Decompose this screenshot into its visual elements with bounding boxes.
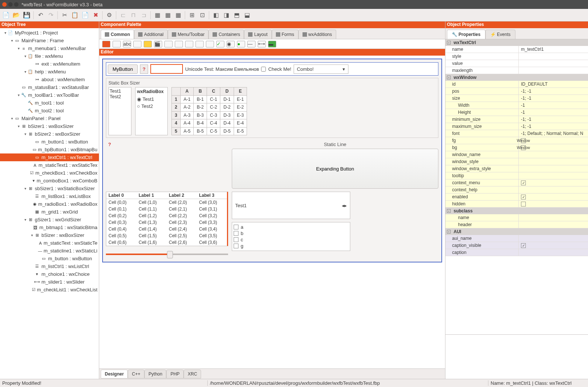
palette-button-icon[interactable] xyxy=(102,41,110,47)
align-left-icon[interactable]: ⊏ xyxy=(118,11,127,20)
tree-item[interactable]: 🖼m_bitmap1 : wxStaticBitma xyxy=(0,224,99,231)
list-box[interactable]: Test1Test2 xyxy=(108,87,131,135)
border-bottom-icon[interactable]: ⬓ xyxy=(243,11,251,20)
palette-radio-icon[interactable]: ◉ xyxy=(227,41,235,47)
question-icon-2[interactable]: ? xyxy=(106,140,113,149)
palette-tab[interactable]: Menu/Toolbar xyxy=(168,30,209,39)
tree-item[interactable]: ▾📋file : wxMenu xyxy=(0,52,99,60)
tree-item[interactable]: ▾⊞bSizer : wxBoxSizer xyxy=(0,231,99,239)
tree-item[interactable]: ☰m_listCtrl1 : wxListCtrl xyxy=(0,262,99,270)
palette-static-bitmap-icon[interactable] xyxy=(144,41,152,47)
tree-item[interactable]: 🔨m_tool1 : tool xyxy=(0,99,99,107)
object-tree[interactable]: ▾📄MyProject1 : Project▾▭MainFrame : Fram… xyxy=(0,28,99,379)
editor-tab[interactable]: C++ xyxy=(128,370,144,378)
tree-item[interactable]: ▾≡m_menubar1 : wxMenuBar xyxy=(0,44,99,52)
tree-item[interactable]: ▾📋help : wxMenu xyxy=(0,68,99,76)
combo-box[interactable]: Combo! ▾ xyxy=(294,64,348,74)
tree-item[interactable]: Am_staticText1 : wxStaticTex xyxy=(0,161,99,169)
tree-item[interactable]: ▾📄MyProject1 : Project xyxy=(0,29,99,37)
palette-gauge-icon[interactable]: ▬ xyxy=(268,41,276,47)
tree-item[interactable]: ▾▭MainFrame : Frame xyxy=(0,37,99,44)
border-top-icon[interactable]: ⬒ xyxy=(232,11,241,20)
prop-tab[interactable]: 🔧 Properties xyxy=(447,30,485,39)
tree-item[interactable]: ▭m_button1 : wxButton xyxy=(0,138,99,146)
save-file-icon[interactable]: 💾 xyxy=(22,11,31,20)
editor-tab[interactable]: PHP xyxy=(166,370,184,378)
palette-listctrl-icon[interactable] xyxy=(206,41,214,47)
editor-tab[interactable]: XRC xyxy=(184,370,201,378)
tree-item[interactable]: ▾🔧m_toolBar1 : wxToolBar xyxy=(0,91,99,99)
minimize-window-icon[interactable] xyxy=(8,2,13,7)
tree-item[interactable]: ↦about : wxMenuItem xyxy=(0,76,99,83)
open-file-icon[interactable]: 📂 xyxy=(12,11,21,20)
palette-staticline-icon[interactable]: — xyxy=(247,41,255,47)
palette-tab[interactable]: Additional xyxy=(134,30,168,39)
layout1-icon[interactable]: ▦ xyxy=(153,11,162,20)
tree-item[interactable]: ☑m_checkBox1 : wxCheckBox xyxy=(0,169,99,177)
layout2-icon[interactable]: ▦ xyxy=(163,11,172,20)
tree-item[interactable]: ▾m_choice1 : wxChoice xyxy=(0,270,99,278)
layout3-icon[interactable]: ▦ xyxy=(174,11,183,20)
tree-item[interactable]: ⟷m_slider1 : wxSlider xyxy=(0,278,99,286)
palette-bitmap-button-icon[interactable] xyxy=(113,41,121,47)
stretch-icon[interactable]: ⊡ xyxy=(198,11,207,20)
cut-icon[interactable]: ✂ xyxy=(60,11,69,20)
prop-tab[interactable]: ⚡ Events xyxy=(485,30,515,39)
tree-item[interactable]: ▾⊞sbSizer1 : wxStaticBoxSizer xyxy=(0,185,99,192)
palette-radiobox-icon[interactable]: ● xyxy=(237,41,245,47)
my-button[interactable]: MyButton xyxy=(108,64,138,74)
align-right-icon[interactable]: ⊐ xyxy=(139,11,148,20)
new-file-icon[interactable]: 📄 xyxy=(1,11,10,20)
tree-item[interactable]: ▾⊞bSizer2 : wxBoxSizer xyxy=(0,130,99,138)
tree-item[interactable]: Am_staticText : wxStaticTe xyxy=(0,239,99,247)
palette-listbox-icon[interactable] xyxy=(196,41,204,47)
close-window-icon[interactable] xyxy=(2,2,7,7)
maximize-window-icon[interactable] xyxy=(14,2,19,7)
paste-icon[interactable]: 📄 xyxy=(81,11,90,20)
palette-combo-icon[interactable] xyxy=(164,41,173,47)
tree-item[interactable]: ◉m_radioBox1 : wxRadioBox xyxy=(0,200,99,208)
editor-tab[interactable]: Designer xyxy=(101,370,128,378)
palette-tab[interactable]: wxAdditions xyxy=(298,30,336,39)
grid[interactable]: ABCDE1A-1B-1C-1D-1E-12A-2B-2C-2D-2E-23A-… xyxy=(171,87,247,135)
tree-item[interactable]: ☰m_listBox1 : wxListBox xyxy=(0,192,99,200)
expanding-button[interactable]: Expanding Button xyxy=(232,149,438,189)
tree-item[interactable]: ▾⊞bSizer1 : wxBoxSizer xyxy=(0,122,99,130)
border-right-icon[interactable]: ◨ xyxy=(222,11,231,20)
generate-icon[interactable]: ⚙ xyxy=(105,11,114,20)
tree-item[interactable]: ▭m_bpButton1 : wxBitmapBu xyxy=(0,146,99,153)
list-ctrl[interactable]: Label 0Label 1Label 2Label 3Cell (0,0)Ce… xyxy=(106,192,228,246)
palette-slider-icon[interactable]: ⟷ xyxy=(258,41,266,47)
palette-textctrl-icon[interactable] xyxy=(133,41,141,47)
tree-item[interactable]: ▭m_button : wxButton xyxy=(0,255,99,262)
palette-tab[interactable]: Common xyxy=(101,30,134,39)
property-grid[interactable]: -wxTextCtrlnamem_textCtrl1stylevaluemaxl… xyxy=(445,39,588,334)
palette-bmpcombo-icon[interactable] xyxy=(175,41,183,47)
tree-item[interactable]: ▦m_grid1 : wxGrid xyxy=(0,208,99,216)
palette-tab[interactable]: Forms xyxy=(272,30,298,39)
tree-item[interactable]: ▾⊞gSizer1 : wxGridSizer xyxy=(0,216,99,224)
align-center-icon[interactable]: ⊓ xyxy=(129,11,138,20)
tree-item[interactable]: 🔨m_tool2 : tool xyxy=(0,107,99,115)
tree-item[interactable]: ☑m_checkList1 : wxCheckList xyxy=(0,286,99,294)
tree-item[interactable]: ▭m_textCtrl1 : wxTextCtrl xyxy=(0,153,99,161)
radio-box[interactable]: wxRadioBox ◉Test1○Test2 xyxy=(135,87,168,135)
tree-item[interactable]: ▾m_comboBox1 : wxComboB xyxy=(0,177,99,185)
expand-icon[interactable]: ⊞ xyxy=(187,11,196,20)
palette-animation-icon[interactable]: 🎬 xyxy=(154,41,162,47)
tree-item[interactable]: ↦exit : wxMenuItem xyxy=(0,60,99,68)
palette-text-icon[interactable]: abc xyxy=(123,41,131,47)
redo-icon[interactable]: ↷ xyxy=(46,11,55,20)
slider[interactable] xyxy=(106,254,228,255)
undo-icon[interactable]: ↶ xyxy=(36,11,45,20)
palette-tab[interactable]: Containers xyxy=(208,30,244,39)
choice[interactable]: Test1 ◂▸ xyxy=(232,192,350,219)
check-me-checkbox[interactable] xyxy=(261,67,266,72)
question-icon[interactable]: ? xyxy=(140,64,148,74)
palette-choice-icon[interactable] xyxy=(185,41,193,47)
check-list[interactable]: abcg xyxy=(232,222,350,251)
tree-item[interactable]: ▭m_statusBar1 : wxStatusBar xyxy=(0,83,99,91)
delete-icon[interactable]: ✖ xyxy=(91,11,100,20)
tree-item[interactable]: —m_staticline1 : wxStaticLi xyxy=(0,247,99,255)
copy-icon[interactable]: 📋 xyxy=(70,11,79,20)
